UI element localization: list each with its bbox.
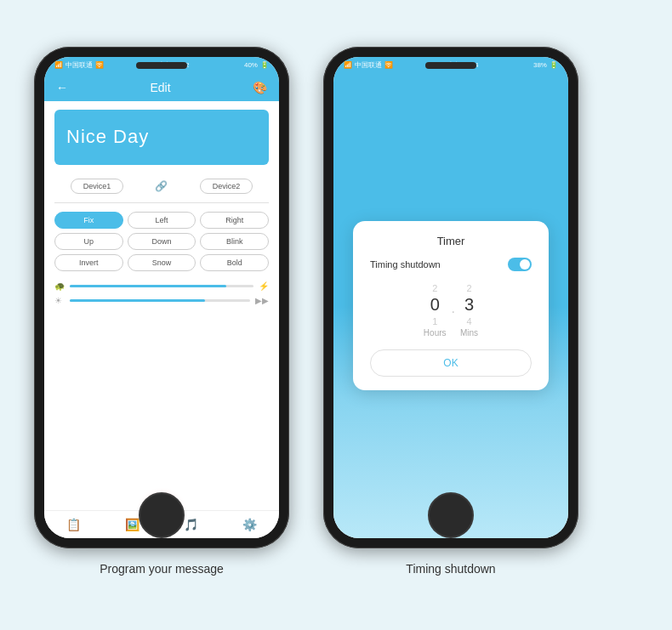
carrier-timer: 中国联通 [355,60,382,70]
animation-grid: Fix Left Right Up Down Blink Invert Snow… [54,212,269,271]
slider-speed-row: 🐢 ⚡ [54,281,269,291]
timer-phone-label: Timing shutdown [406,562,495,576]
battery-icon-timer: 🔋 [550,61,558,69]
speed-slider[interactable] [70,285,253,287]
mins-main: 3 [464,295,474,315]
time-timer: 上午11:24 [447,60,478,70]
back-button-edit[interactable]: ← [56,81,68,94]
bright-icon: ☀ [54,296,65,305]
app-title-edit: Edit [150,81,170,94]
text-preview-box[interactable]: Nice Day [54,110,269,165]
battery-edit: 40% [244,61,258,69]
bottom-toolbar-edit: 📋 🖼️ ✈ 🎵 ⚙️ [44,510,279,538]
edit-phone: 📶 中国联通 🛜 上午11:22 40% 🔋 ← Edit 🎨 [34,47,289,548]
link-icon: 🔗 [155,180,168,192]
anim-bold[interactable]: Bold [200,254,269,271]
status-right-edit: 40% 🔋 [244,61,269,69]
device2-button[interactable]: Device2 [200,179,253,194]
status-left-edit: 📶 中国联通 🛜 [54,60,104,70]
status-left-timer: 📶 中国联通 🛜 [344,60,393,70]
timing-toggle[interactable] [508,258,532,271]
battery-timer: 38% [533,61,547,69]
timing-shutdown-label: Timing shutdown [370,259,441,270]
mins-col: 2 3 4 Mins [460,283,478,338]
ok-button[interactable]: OK [370,349,532,377]
timer-bg: Timer Timing shutdown 2 0 [333,74,568,538]
toggle-knob [520,259,530,270]
image-tool-button[interactable]: 🖼️ [125,518,140,531]
speed-fast-icon: ⚡ [259,281,269,291]
edit-screen: 📶 中国联通 🛜 上午11:22 40% 🔋 ← Edit 🎨 [44,57,279,538]
bright-end: ▶▶ [255,296,269,305]
signal-icon-timer: 📶 [344,61,352,69]
timer-phone-section: 📶 中国联通 🛜 上午11:24 38% 🔋 Timer [323,47,578,576]
speed-slider-fill [70,285,226,287]
timer-toggle-row: Timing shutdown [370,258,532,271]
device-row: Device1 🔗 Device2 [54,179,269,194]
app-header-edit: ← Edit 🎨 [44,74,279,101]
wifi-icon-timer: 🛜 [384,61,393,69]
hours-above: 2 [432,283,437,293]
slider-bright-row: ☀ ▶▶ [54,296,269,305]
hours-col: 2 0 1 Hours [424,283,447,338]
timer-dialog-title: Timer [370,235,532,247]
divider1 [54,202,269,203]
battery-icon-edit: 🔋 [260,61,269,69]
anim-snow[interactable]: Snow [128,254,196,271]
signal-icon: 📶 [54,61,63,69]
wifi-icon-edit: 🛜 [95,61,104,69]
timer-screen: 📶 中国联通 🛜 上午11:24 38% 🔋 Timer [333,57,568,538]
status-right-timer: 38% 🔋 [533,61,558,69]
carrier-edit: 中国联通 [65,60,93,70]
anim-right[interactable]: Right [200,212,269,229]
timer-phone: 📶 中国联通 🛜 上午11:24 38% 🔋 Timer [323,47,578,548]
send-fab-button[interactable]: ✈ [145,494,179,528]
sliders: 🐢 ⚡ ☀ ▶▶ [54,281,269,305]
bright-slider-fill [70,299,205,302]
bright-slider[interactable] [70,299,250,302]
time-dot: · [452,304,455,320]
status-bar-edit: 📶 中国联通 🛜 上午11:22 40% 🔋 [44,57,279,74]
text-preview-content: Nice Day [66,126,149,148]
music-tool-button[interactable]: 🎵 [184,518,198,531]
send-icon: ✈ [157,502,168,519]
anim-left[interactable]: Left [128,212,196,229]
speed-slow-icon: 🐢 [54,281,65,291]
device1-button[interactable]: Device1 [71,179,124,194]
hours-main: 0 [430,295,440,315]
edit-phone-section: 📶 中国联通 🛜 上午11:22 40% 🔋 ← Edit 🎨 [34,47,289,576]
edit-phone-label: Program your message [100,562,224,576]
palette-icon[interactable]: 🎨 [253,81,267,94]
settings-tool-button[interactable]: ⚙️ [242,518,257,531]
hours-label: Hours [424,328,447,338]
text-tool-button[interactable]: 📋 [66,518,81,531]
anim-down[interactable]: Down [128,233,196,250]
mins-above: 2 [467,283,472,293]
hours-below: 1 [432,316,437,326]
page-container: 📶 中国联通 🛜 上午11:22 40% 🔋 ← Edit 🎨 [0,21,672,610]
status-bar-timer: 📶 中国联通 🛜 上午11:24 38% 🔋 [333,57,568,74]
time-picker: 2 0 1 Hours · 2 3 4 Mins [370,283,532,338]
mins-label: Mins [460,328,478,338]
anim-blink[interactable]: Blink [200,233,269,250]
timer-dialog: Timer Timing shutdown 2 0 [353,221,549,390]
anim-fix[interactable]: Fix [54,212,123,229]
time-edit: 上午11:22 [158,60,189,70]
mins-below: 4 [467,316,472,326]
anim-invert[interactable]: Invert [54,254,123,271]
anim-up[interactable]: Up [54,233,123,250]
